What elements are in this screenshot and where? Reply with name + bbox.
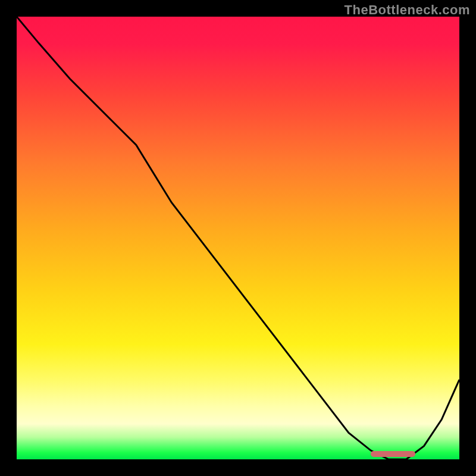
watermark-text: TheBottleneck.com	[345, 2, 470, 18]
chart-frame: TheBottleneck.com	[0, 0, 476, 476]
optimal-range-marker	[371, 451, 415, 457]
plot-area	[17, 17, 459, 459]
bottleneck-curve	[17, 17, 459, 459]
curve-path	[17, 17, 459, 459]
